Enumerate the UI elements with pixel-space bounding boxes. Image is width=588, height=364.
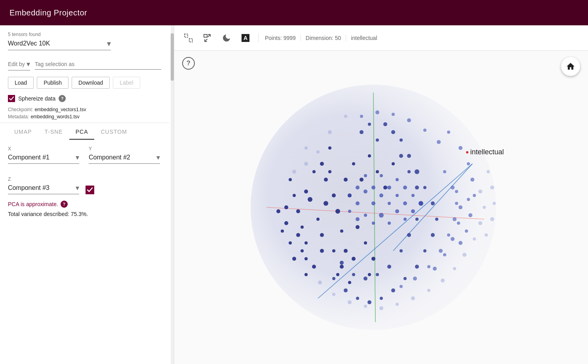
svg-point-61 <box>400 138 403 142</box>
svg-point-46 <box>284 221 288 225</box>
x-axis-section: X Component #1 ▾ <box>8 146 79 164</box>
zoom-fit-button[interactable] <box>201 32 214 44</box>
label-text-button[interactable]: A <box>239 32 252 44</box>
svg-point-86 <box>363 277 367 281</box>
svg-point-15 <box>293 194 296 197</box>
svg-point-163 <box>364 174 367 177</box>
svg-point-122 <box>473 237 476 241</box>
svg-point-29 <box>360 178 363 182</box>
sidebar-inner: 5 tensors found Word2Vec 10K ▾ Edit by ▾… <box>0 25 174 364</box>
edit-by-dropdown-icon[interactable]: ▾ <box>27 60 30 68</box>
tensor-selector[interactable]: Word2Vec 10K ▾ <box>8 39 111 50</box>
svg-point-138 <box>485 233 488 237</box>
tab-pca[interactable]: PCA <box>69 123 95 140</box>
svg-point-53 <box>336 273 339 276</box>
svg-point-107 <box>459 241 462 245</box>
svg-point-142 <box>304 162 308 166</box>
download-button[interactable]: Download <box>72 77 110 89</box>
z-axis-dropdown-icon[interactable]: ▾ <box>76 184 79 192</box>
svg-point-105 <box>468 213 472 217</box>
svg-point-135 <box>490 186 494 190</box>
svg-point-10 <box>296 209 300 213</box>
svg-point-106 <box>465 229 468 233</box>
svg-point-117 <box>423 129 426 132</box>
select-region-button[interactable] <box>182 32 195 44</box>
svg-point-78 <box>407 170 411 173</box>
svg-point-26 <box>301 249 304 252</box>
svg-point-137 <box>490 217 494 221</box>
edit-by-label: Edit by <box>8 61 25 67</box>
svg-point-98 <box>455 190 458 193</box>
pca-approximate-notice: PCA is approximate. ? <box>8 201 161 208</box>
svg-point-8 <box>304 190 308 193</box>
svg-point-88 <box>340 261 344 265</box>
svg-point-162 <box>356 186 360 190</box>
svg-rect-1 <box>189 39 192 42</box>
x-axis-selector[interactable]: Component #1 ▾ <box>8 153 79 164</box>
night-mode-button[interactable] <box>220 32 233 44</box>
highlighted-word-label: intellectual <box>466 148 504 156</box>
svg-point-149 <box>388 202 391 205</box>
svg-point-67 <box>431 233 435 237</box>
svg-point-97 <box>400 285 403 288</box>
svg-point-19 <box>304 241 308 245</box>
svg-point-12 <box>320 162 324 166</box>
word-dot <box>466 151 468 154</box>
svg-point-101 <box>451 237 455 241</box>
viz-help-button[interactable]: ? <box>182 57 195 70</box>
svg-point-72 <box>380 297 383 300</box>
pca-approximate-help-icon[interactable]: ? <box>61 201 68 208</box>
svg-point-50 <box>292 257 296 261</box>
svg-point-139 <box>344 115 347 118</box>
svg-point-146 <box>364 214 367 217</box>
svg-point-104 <box>467 198 470 201</box>
svg-point-79 <box>415 186 419 190</box>
svg-point-65 <box>431 201 435 205</box>
svg-point-102 <box>443 253 446 256</box>
checkpoint-row: Checkpoint: embedding_vectors1.tsv <box>8 107 161 112</box>
svg-point-129 <box>379 306 383 310</box>
app-title: Embedding Projector <box>10 8 87 17</box>
svg-point-68 <box>423 249 426 252</box>
action-buttons: Load Publish Download Label <box>0 74 169 92</box>
svg-point-128 <box>396 303 399 306</box>
z-axis-checkbox[interactable] <box>86 186 94 194</box>
load-button[interactable]: Load <box>8 77 34 89</box>
app-header: Embedding Projector <box>0 0 588 25</box>
tab-custom[interactable]: CUSTOM <box>94 123 133 140</box>
svg-point-52 <box>320 249 324 253</box>
z-axis-selector[interactable]: Component #3 ▾ <box>8 184 79 194</box>
edit-by-wrapper[interactable]: Edit by ▾ <box>8 60 30 70</box>
svg-point-25 <box>320 233 324 237</box>
label-button[interactable]: Label <box>113 77 140 89</box>
x-axis-label: X <box>8 146 79 152</box>
sphereize-checkbox[interactable] <box>8 95 15 102</box>
svg-point-167 <box>396 178 399 181</box>
svg-point-113 <box>360 115 363 118</box>
pca-approximate-text: PCA is approximate. <box>8 201 58 207</box>
y-axis-dropdown-icon[interactable]: ▾ <box>156 153 160 162</box>
svg-point-73 <box>367 300 371 304</box>
tab-tsne[interactable]: T-SNE <box>38 123 69 140</box>
svg-point-13 <box>301 226 304 229</box>
x-axis-dropdown-icon[interactable]: ▾ <box>76 153 79 162</box>
svg-point-17 <box>316 218 320 221</box>
svg-point-34 <box>323 201 328 206</box>
svg-point-124 <box>453 267 456 270</box>
svg-point-118 <box>437 140 441 144</box>
tag-selection-wrapper[interactable]: Tag selection as <box>35 61 161 70</box>
svg-point-164 <box>371 186 375 190</box>
tensor-dropdown-icon[interactable]: ▾ <box>107 39 111 48</box>
svg-point-70 <box>403 277 407 280</box>
svg-point-31 <box>312 265 316 269</box>
sidebar-scrollbar-thumb[interactable] <box>171 33 174 81</box>
svg-point-103 <box>433 267 437 271</box>
tab-umap[interactable]: UMAP <box>8 123 38 140</box>
sphereize-help-icon[interactable]: ? <box>59 95 66 102</box>
publish-button[interactable]: Publish <box>37 77 69 89</box>
home-button[interactable] <box>561 57 580 76</box>
z-axis-value: Component #3 <box>8 184 76 191</box>
y-axis-selector[interactable]: Component #2 ▾ <box>89 153 160 164</box>
y-axis-section: Y Component #2 ▾ <box>89 146 160 164</box>
svg-point-93 <box>447 233 450 237</box>
